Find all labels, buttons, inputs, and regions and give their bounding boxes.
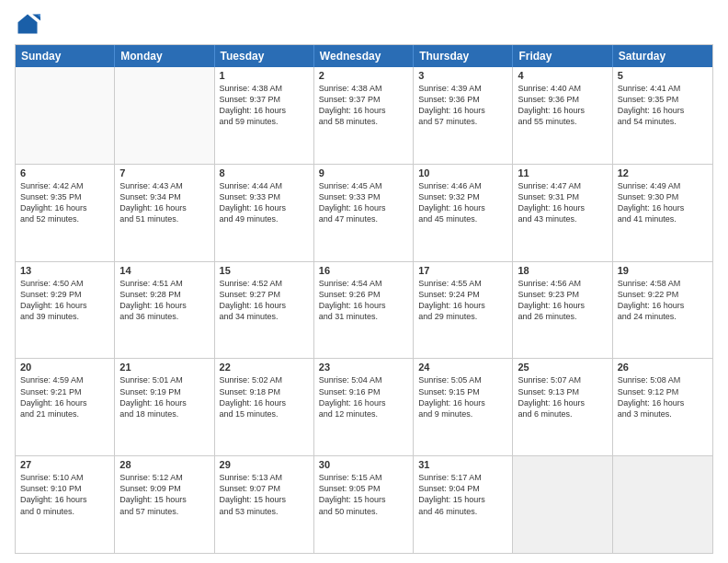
cell-text: Sunrise: 4:55 AM Sunset: 9:24 PM Dayligh… xyxy=(418,278,507,323)
header-day-sunday: Sunday xyxy=(16,45,115,67)
cell-text: Sunrise: 5:12 AM Sunset: 9:09 PM Dayligh… xyxy=(119,472,209,517)
header-day-monday: Monday xyxy=(115,45,214,67)
day-number: 21 xyxy=(119,362,209,373)
calendar-cell xyxy=(115,67,214,164)
calendar-cell: 2Sunrise: 4:38 AM Sunset: 9:37 PM Daylig… xyxy=(314,67,414,164)
day-number: 12 xyxy=(618,167,708,178)
calendar-cell: 20Sunrise: 4:59 AM Sunset: 9:21 PM Dayli… xyxy=(16,359,115,455)
logo-icon xyxy=(15,11,40,37)
cell-text: Sunrise: 4:50 AM Sunset: 9:29 PM Dayligh… xyxy=(20,278,109,323)
calendar-cell xyxy=(613,456,712,553)
calendar-cell: 1Sunrise: 4:38 AM Sunset: 9:37 PM Daylig… xyxy=(215,67,314,164)
calendar-cell: 21Sunrise: 5:01 AM Sunset: 9:19 PM Dayli… xyxy=(115,359,214,455)
cell-text: Sunrise: 4:52 AM Sunset: 9:27 PM Dayligh… xyxy=(220,278,309,323)
calendar-cell: 6Sunrise: 4:42 AM Sunset: 9:35 PM Daylig… xyxy=(16,165,115,261)
cell-text: Sunrise: 5:10 AM Sunset: 9:10 PM Dayligh… xyxy=(20,472,109,517)
calendar-cell: 9Sunrise: 4:45 AM Sunset: 9:33 PM Daylig… xyxy=(314,165,414,261)
calendar-cell: 29Sunrise: 5:13 AM Sunset: 9:07 PM Dayli… xyxy=(215,456,314,553)
calendar-cell: 7Sunrise: 4:43 AM Sunset: 9:34 PM Daylig… xyxy=(115,165,214,261)
svg-marker-0 xyxy=(18,15,38,34)
cell-text: Sunrise: 4:56 AM Sunset: 9:23 PM Dayligh… xyxy=(518,278,607,323)
cell-text: Sunrise: 4:38 AM Sunset: 9:37 PM Dayligh… xyxy=(220,83,309,128)
day-number: 15 xyxy=(220,265,309,276)
day-number: 11 xyxy=(518,167,607,178)
calendar-cell xyxy=(16,67,115,164)
calendar-cell: 19Sunrise: 4:58 AM Sunset: 9:22 PM Dayli… xyxy=(613,262,712,359)
cell-text: Sunrise: 4:54 AM Sunset: 9:26 PM Dayligh… xyxy=(319,278,408,323)
calendar-cell xyxy=(513,456,612,553)
calendar-cell: 17Sunrise: 4:55 AM Sunset: 9:24 PM Dayli… xyxy=(414,262,513,359)
cell-text: Sunrise: 5:07 AM Sunset: 9:13 PM Dayligh… xyxy=(518,374,607,419)
calendar-body: 1Sunrise: 4:38 AM Sunset: 9:37 PM Daylig… xyxy=(16,67,712,553)
day-number: 29 xyxy=(220,459,309,470)
cell-text: Sunrise: 5:13 AM Sunset: 9:07 PM Dayligh… xyxy=(220,472,309,517)
calendar-cell: 28Sunrise: 5:12 AM Sunset: 9:09 PM Dayli… xyxy=(115,456,214,553)
cell-text: Sunrise: 4:44 AM Sunset: 9:33 PM Dayligh… xyxy=(220,180,309,225)
day-number: 5 xyxy=(618,70,708,81)
cell-text: Sunrise: 4:38 AM Sunset: 9:37 PM Dayligh… xyxy=(319,83,408,128)
cell-text: Sunrise: 4:39 AM Sunset: 9:36 PM Dayligh… xyxy=(418,83,507,128)
calendar-cell: 5Sunrise: 4:41 AM Sunset: 9:35 PM Daylig… xyxy=(613,67,712,164)
day-number: 30 xyxy=(319,459,408,470)
cell-text: Sunrise: 4:41 AM Sunset: 9:35 PM Dayligh… xyxy=(618,83,708,128)
calendar-cell: 4Sunrise: 4:40 AM Sunset: 9:36 PM Daylig… xyxy=(513,67,612,164)
header-day-tuesday: Tuesday xyxy=(215,45,314,67)
day-number: 2 xyxy=(319,70,408,81)
cell-text: Sunrise: 5:17 AM Sunset: 9:04 PM Dayligh… xyxy=(418,472,507,517)
calendar-cell: 30Sunrise: 5:15 AM Sunset: 9:05 PM Dayli… xyxy=(314,456,414,553)
cell-text: Sunrise: 4:49 AM Sunset: 9:30 PM Dayligh… xyxy=(618,180,708,225)
cell-text: Sunrise: 4:51 AM Sunset: 9:28 PM Dayligh… xyxy=(119,278,209,323)
header-day-wednesday: Wednesday xyxy=(314,45,414,67)
day-number: 3 xyxy=(418,70,507,81)
day-number: 13 xyxy=(20,265,109,276)
day-number: 16 xyxy=(319,265,408,276)
calendar-cell: 8Sunrise: 4:44 AM Sunset: 9:33 PM Daylig… xyxy=(215,165,314,261)
day-number: 7 xyxy=(119,167,209,178)
day-number: 9 xyxy=(319,167,408,178)
calendar-row-0: 1Sunrise: 4:38 AM Sunset: 9:37 PM Daylig… xyxy=(16,67,712,164)
calendar-cell: 10Sunrise: 4:46 AM Sunset: 9:32 PM Dayli… xyxy=(414,165,513,261)
cell-text: Sunrise: 5:01 AM Sunset: 9:19 PM Dayligh… xyxy=(119,374,209,419)
day-number: 26 xyxy=(618,362,708,373)
day-number: 27 xyxy=(20,459,109,470)
header-day-saturday: Saturday xyxy=(613,45,712,67)
calendar-cell: 22Sunrise: 5:02 AM Sunset: 9:18 PM Dayli… xyxy=(215,359,314,455)
calendar-cell: 24Sunrise: 5:05 AM Sunset: 9:15 PM Dayli… xyxy=(414,359,513,455)
cell-text: Sunrise: 4:59 AM Sunset: 9:21 PM Dayligh… xyxy=(20,374,109,419)
logo xyxy=(15,11,44,37)
day-number: 22 xyxy=(220,362,309,373)
header xyxy=(15,11,713,37)
cell-text: Sunrise: 5:15 AM Sunset: 9:05 PM Dayligh… xyxy=(319,472,408,517)
cell-text: Sunrise: 4:46 AM Sunset: 9:32 PM Dayligh… xyxy=(418,180,507,225)
cell-text: Sunrise: 5:05 AM Sunset: 9:15 PM Dayligh… xyxy=(418,374,507,419)
day-number: 19 xyxy=(618,265,708,276)
calendar-header: SundayMondayTuesdayWednesdayThursdayFrid… xyxy=(16,45,712,67)
day-number: 24 xyxy=(418,362,507,373)
cell-text: Sunrise: 5:04 AM Sunset: 9:16 PM Dayligh… xyxy=(319,374,408,419)
calendar-cell: 26Sunrise: 5:08 AM Sunset: 9:12 PM Dayli… xyxy=(613,359,712,455)
header-day-thursday: Thursday xyxy=(414,45,513,67)
calendar-row-1: 6Sunrise: 4:42 AM Sunset: 9:35 PM Daylig… xyxy=(16,164,712,261)
calendar-row-3: 20Sunrise: 4:59 AM Sunset: 9:21 PM Dayli… xyxy=(16,358,712,455)
calendar: SundayMondayTuesdayWednesdayThursdayFrid… xyxy=(15,44,713,554)
calendar-row-2: 13Sunrise: 4:50 AM Sunset: 9:29 PM Dayli… xyxy=(16,261,712,359)
cell-text: Sunrise: 4:43 AM Sunset: 9:34 PM Dayligh… xyxy=(119,180,209,225)
page: SundayMondayTuesdayWednesdayThursdayFrid… xyxy=(0,0,728,563)
cell-text: Sunrise: 5:02 AM Sunset: 9:18 PM Dayligh… xyxy=(220,374,309,419)
calendar-cell: 15Sunrise: 4:52 AM Sunset: 9:27 PM Dayli… xyxy=(215,262,314,359)
day-number: 25 xyxy=(518,362,607,373)
calendar-cell: 25Sunrise: 5:07 AM Sunset: 9:13 PM Dayli… xyxy=(513,359,612,455)
day-number: 1 xyxy=(220,70,309,81)
day-number: 20 xyxy=(20,362,109,373)
calendar-cell: 23Sunrise: 5:04 AM Sunset: 9:16 PM Dayli… xyxy=(314,359,414,455)
day-number: 14 xyxy=(119,265,209,276)
day-number: 6 xyxy=(20,167,109,178)
calendar-cell: 12Sunrise: 4:49 AM Sunset: 9:30 PM Dayli… xyxy=(613,165,712,261)
calendar-cell: 16Sunrise: 4:54 AM Sunset: 9:26 PM Dayli… xyxy=(314,262,414,359)
calendar-cell: 14Sunrise: 4:51 AM Sunset: 9:28 PM Dayli… xyxy=(115,262,214,359)
calendar-cell: 18Sunrise: 4:56 AM Sunset: 9:23 PM Dayli… xyxy=(513,262,612,359)
day-number: 10 xyxy=(418,167,507,178)
day-number: 4 xyxy=(518,70,607,81)
calendar-cell: 27Sunrise: 5:10 AM Sunset: 9:10 PM Dayli… xyxy=(16,456,115,553)
day-number: 18 xyxy=(518,265,607,276)
